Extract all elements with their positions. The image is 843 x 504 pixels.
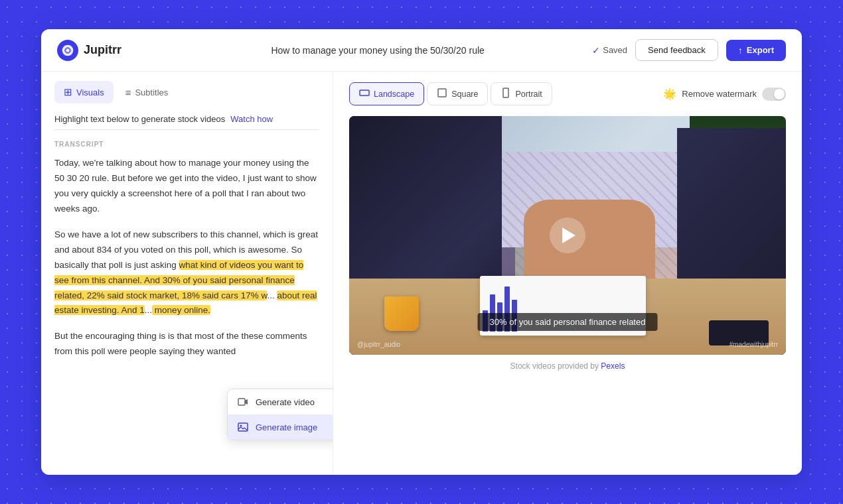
landscape-label: Landscape (374, 90, 414, 99)
export-icon: ↑ (738, 45, 743, 56)
video-icon (237, 396, 249, 408)
video-attribution: Stock videos provided by Pexels (349, 361, 786, 371)
orientation-buttons: Landscape Square (349, 82, 552, 105)
context-menu: Generate video Generate image (227, 389, 333, 440)
sun-icon: 🌟 (663, 88, 676, 100)
app-name: Jupitrr (84, 43, 121, 57)
square-icon (437, 88, 447, 100)
main-card: Jupitrr How to manage your money using t… (41, 29, 802, 475)
tab-visuals-label: Visuals (76, 88, 104, 97)
para2-mid: ... (267, 290, 277, 300)
left-panel: ⊞ Visuals ≡ Subtitles Highlight text bel… (41, 72, 333, 475)
watch-how-link[interactable]: Watch how (230, 114, 273, 124)
export-label: Export (747, 45, 774, 55)
svg-rect-6 (438, 89, 446, 97)
subtitle-bar: 30% of you said personal finance related (478, 313, 658, 331)
saved-label: Saved (603, 45, 627, 55)
highlighted-text-3: money online. (152, 305, 210, 315)
paragraph-3: But the encouraging thing is is that mos… (54, 329, 319, 359)
tab-subtitles-label: Subtitles (135, 88, 168, 97)
generate-video-label: Generate video (256, 397, 315, 407)
watermark-label: Remove watermark (682, 89, 757, 99)
subtitle-text: 30% of you said personal finance related (490, 317, 646, 327)
transcript-label: TRANSCRIPT (54, 141, 319, 148)
feedback-button[interactable]: Send feedback (635, 39, 718, 61)
para1-text: Today, we're talking about how to manage… (54, 158, 317, 214)
watermark-right: #madewithjupitrr (729, 341, 778, 348)
export-button[interactable]: ↑ Export (726, 40, 786, 61)
header: Jupitrr How to manage your money using t… (41, 29, 802, 72)
orientation-portrait[interactable]: Portrait (491, 82, 552, 105)
instruction-text: Highlight text below to generate stock v… (54, 114, 225, 124)
orientation-bar: Landscape Square (349, 82, 786, 105)
paragraph-1: Today, we're talking about how to manage… (54, 156, 319, 217)
check-icon: ✓ (592, 45, 600, 56)
header-actions: ✓ Saved Send feedback ↑ Export (592, 39, 786, 61)
attribution-text: Stock videos provided by (510, 361, 601, 371)
orientation-square[interactable]: Square (427, 82, 488, 105)
portrait-icon (500, 88, 511, 100)
grid-icon: ⊞ (64, 86, 72, 98)
logo-area: Jupitrr (57, 40, 163, 61)
svg-rect-7 (503, 88, 508, 97)
svg-point-1 (66, 48, 70, 52)
portrait-label: Portrait (515, 90, 542, 99)
right-panel: Landscape Square (333, 72, 802, 475)
watermark-left: @jupitrr_audio (357, 341, 400, 348)
generate-image-label: Generate image (256, 422, 317, 432)
para2-end: ... (145, 305, 152, 315)
transcript-area: TRANSCRIPT Today, we're talking about ho… (41, 130, 333, 475)
context-menu-item-generate-video[interactable]: Generate video (228, 389, 333, 414)
pexels-link[interactable]: Pexels (601, 361, 625, 371)
watermark-toggle-switch[interactable] (762, 88, 786, 101)
svg-rect-5 (360, 90, 369, 95)
play-icon (562, 227, 575, 243)
landscape-icon (359, 88, 370, 100)
play-button[interactable] (550, 218, 585, 253)
square-label: Square (451, 90, 478, 99)
transcript-text: Today, we're talking about how to manage… (54, 156, 319, 359)
tab-bar: ⊞ Visuals ≡ Subtitles (41, 72, 333, 103)
svg-rect-2 (238, 399, 245, 405)
body: ⊞ Visuals ≡ Subtitles Highlight text bel… (41, 72, 802, 475)
svg-rect-3 (238, 423, 248, 431)
watermark-toggle: 🌟 Remove watermark (663, 88, 786, 101)
image-icon (237, 421, 249, 433)
paragraph-2: So we have a lot of new subscribers to t… (54, 227, 319, 319)
tab-subtitles[interactable]: ≡ Subtitles (116, 81, 178, 103)
svg-point-4 (240, 425, 242, 427)
para3-text: But the encouraging thing is is that mos… (54, 331, 307, 356)
tab-visuals[interactable]: ⊞ Visuals (54, 81, 114, 103)
instruction-bar: Highlight text below to generate stock v… (41, 103, 333, 129)
orientation-landscape[interactable]: Landscape (349, 82, 424, 105)
video-player[interactable]: 30% of you said personal finance related… (349, 116, 786, 355)
context-menu-item-generate-image[interactable]: Generate image (228, 414, 333, 440)
subtitles-icon: ≡ (125, 87, 131, 98)
saved-badge: ✓ Saved (592, 45, 627, 56)
logo-icon (57, 40, 78, 61)
document-title: How to manage your money using the 50/30… (163, 45, 592, 56)
